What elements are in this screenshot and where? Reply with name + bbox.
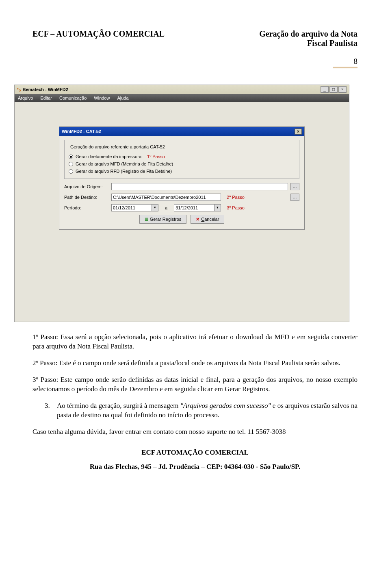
para-passo1: 1º Passo: Essa será a opção selecionada,…	[32, 333, 358, 351]
cancel-icon: ✕	[196, 217, 199, 222]
dialog-title-text: WinMFD2 - CAT-52	[62, 129, 101, 134]
footer-address: Rua das Flechas, 945 – Jd. Prudência – C…	[32, 463, 358, 471]
app-menubar: Arquivo Editar Comunicação Window Ajuda	[15, 94, 349, 102]
geracao-fieldset: Geração do arquivo referente a portaria …	[64, 140, 299, 179]
body-text: 1º Passo: Essa será a opção selecionada,…	[32, 333, 358, 457]
para-contato: Caso tenha alguma dúvida, favor entrar e…	[32, 427, 358, 437]
list-icon: ≣	[145, 217, 148, 222]
dropdown-data-inicial[interactable]: ▾	[152, 204, 158, 211]
fieldset-legend: Geração do arquivo referente a portaria …	[69, 144, 167, 149]
doc-header-left: ECF – AUTOMAÇÃO COMERCIAL	[32, 29, 165, 48]
cancelar-button[interactable]: ✕ Cancelar	[191, 215, 224, 224]
app-title: Bematech - WinMFD2	[22, 87, 68, 92]
gerar-registros-label: Gerar Registros	[150, 217, 182, 222]
menu-window[interactable]: Window	[94, 96, 110, 100]
app-client-area: WinMFD2 - CAT-52 × Geração do arquivo re…	[15, 102, 349, 322]
menu-comunicacao[interactable]: Comunicação	[59, 96, 87, 100]
cat52-dialog: WinMFD2 - CAT-52 × Geração do arquivo re…	[59, 126, 305, 230]
radio-gerar-diretamente-label: Gerar diretamente da impressora	[76, 154, 141, 159]
minimize-button[interactable]: _	[321, 86, 329, 93]
browse-origem-button[interactable]: ...	[290, 183, 299, 190]
passo1-label: 1º Passo	[147, 154, 165, 159]
dropdown-data-final[interactable]: ▾	[214, 204, 221, 211]
app-window: •o Bematech - WinMFD2 _ □ × Arquivo Edit…	[14, 85, 349, 322]
radio-gerar-diretamente[interactable]	[69, 155, 73, 159]
menu-ajuda[interactable]: Ajuda	[117, 96, 128, 100]
doc-header-right: Geração do arquivo da Nota Fiscal Paulis…	[259, 29, 358, 48]
passo3-label: 3º Passo	[227, 205, 245, 210]
list-item-3-text: Ao término da geração, surgirá à mensage…	[57, 401, 358, 420]
radio-gerar-mfd[interactable]	[69, 162, 73, 166]
label-arquivo-origem: Arquivo de Origem:	[64, 184, 109, 189]
input-arquivo-origem[interactable]	[111, 183, 288, 190]
gerar-registros-button[interactable]: ≣ Gerar Registros	[139, 215, 187, 224]
dialog-titlebar: WinMFD2 - CAT-52 ×	[59, 127, 304, 136]
doc-header-right-2: Fiscal Paulista	[259, 39, 358, 48]
page-number-rule	[333, 67, 358, 68]
app-logo-icon: •o	[17, 86, 21, 92]
center-ecf: ECF AUTOMAÇÃO COMERCIAL	[32, 448, 358, 457]
para-passo2: 2º Passo: Este é o campo onde será defin…	[32, 359, 358, 368]
dialog-close-button[interactable]: ×	[295, 128, 302, 135]
label-path-destino: Path de Destino:	[64, 195, 109, 200]
radio-gerar-mfd-label: Gerar do arquivo MFD (Memória de Fita De…	[76, 161, 173, 166]
doc-header-right-1: Geração do arquivo da Nota	[259, 29, 358, 39]
passo2-label: 2º Passo	[227, 195, 245, 200]
close-button[interactable]: ×	[338, 86, 347, 93]
input-data-inicial[interactable]	[111, 204, 152, 211]
page-number: 8	[333, 57, 358, 66]
menu-arquivo[interactable]: Arquivo	[18, 96, 33, 100]
input-path-destino[interactable]	[111, 194, 221, 201]
page-number-block: 8	[333, 57, 358, 68]
cancelar-label: Cancelar	[201, 217, 219, 222]
list-item-number: 3.	[45, 401, 57, 420]
radio-gerar-rfd-label: Gerar do arquivo RFD (Registro de Fita D…	[76, 169, 172, 174]
radio-gerar-rfd[interactable]	[69, 169, 73, 174]
app-titlebar: •o Bematech - WinMFD2 _ □ ×	[15, 85, 349, 94]
label-periodo: Período:	[64, 205, 109, 210]
restore-button[interactable]: □	[329, 86, 338, 93]
periodo-separator: a	[165, 205, 167, 210]
menu-editar[interactable]: Editar	[40, 96, 52, 100]
browse-destino-button[interactable]: ...	[290, 194, 299, 201]
input-data-final[interactable]	[174, 204, 214, 211]
para-passo3: 3º Passo: Este campo onde serão definida…	[32, 375, 358, 394]
